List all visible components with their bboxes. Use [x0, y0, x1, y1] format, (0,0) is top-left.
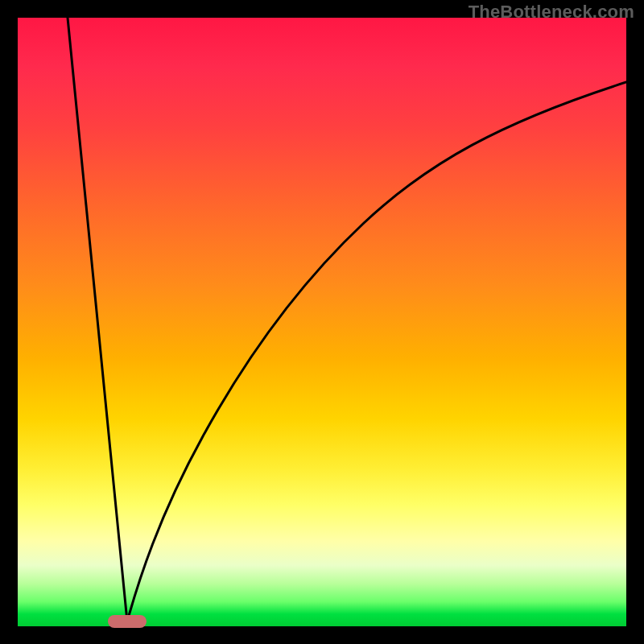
right-curve: [127, 82, 626, 621]
left-line: [68, 18, 127, 621]
plot-area: [18, 18, 626, 626]
curve-layer: [18, 18, 626, 626]
min-marker: [108, 615, 147, 628]
watermark-text: TheBottleneck.com: [469, 2, 634, 23]
chart-frame: TheBottleneck.com: [0, 0, 644, 644]
